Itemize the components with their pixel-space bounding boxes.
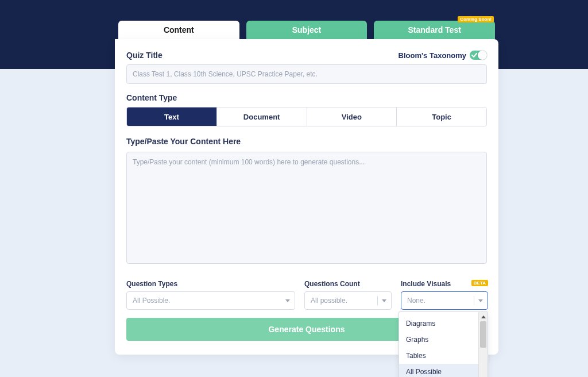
main-tabs: Content Subject Standard Test Coming Soo… — [118, 21, 495, 39]
seg-document[interactable]: Document — [217, 107, 307, 126]
check-icon — [471, 52, 477, 58]
scroll-track-space — [479, 348, 488, 374]
dropdown-item-tables[interactable]: Tables — [399, 348, 488, 364]
scroll-thumb[interactable] — [480, 321, 486, 348]
questions-count-field: Questions Count All possible. — [304, 280, 392, 310]
quiz-title-label: Quiz Title — [126, 51, 163, 60]
chevron-box — [377, 296, 386, 305]
chevron-down-icon — [478, 299, 483, 302]
seg-video[interactable]: Video — [307, 107, 397, 126]
content-textarea[interactable] — [126, 152, 487, 264]
form-card: Quiz Title Bloom's Taxonomy Content Type… — [115, 39, 498, 355]
dropdown-item-all-possible[interactable]: All Possible — [399, 364, 488, 377]
questions-count-label: Questions Count — [304, 280, 392, 288]
questions-count-select[interactable]: All possible. — [304, 291, 392, 310]
include-visuals-field: Include Visuals BETA None. — [401, 280, 488, 310]
toggle-knob — [478, 51, 487, 60]
blooms-label: Bloom's Taxonomy — [399, 51, 466, 60]
seg-text[interactable]: Text — [127, 107, 217, 126]
question-types-field: Question Types All Possible. — [126, 280, 295, 310]
content-type-label: Content Type — [126, 93, 487, 102]
seg-topic[interactable]: Topic — [397, 107, 486, 126]
chevron-box — [474, 296, 483, 305]
tab-subject[interactable]: Subject — [246, 21, 368, 39]
include-visuals-select[interactable]: None. — [401, 291, 488, 310]
dropdown-item-graphs[interactable]: Graphs — [399, 332, 488, 348]
title-row: Quiz Title Bloom's Taxonomy — [126, 51, 487, 60]
scroll-down-button[interactable] — [479, 374, 488, 377]
dropdown-item-diagrams[interactable]: Diagrams — [399, 316, 488, 332]
chevron-down-icon — [285, 299, 290, 302]
content-label: Type/Paste Your Content Here — [126, 137, 487, 146]
select-value: All Possible. — [133, 297, 170, 305]
question-types-label: Question Types — [126, 280, 295, 288]
select-value: All possible. — [311, 297, 347, 305]
visuals-dropdown: Diagrams Graphs Tables All Possible — [399, 311, 488, 377]
dropdown-list: Diagrams Graphs Tables All Possible — [399, 312, 488, 377]
arrow-up-icon — [481, 316, 486, 318]
question-types-select[interactable]: All Possible. — [126, 291, 295, 310]
tab-content[interactable]: Content — [118, 21, 239, 39]
tab-standard-test[interactable]: Standard Test Coming Soon! — [374, 21, 495, 39]
tab-label: Standard Test — [408, 25, 461, 34]
blooms-toggle[interactable] — [470, 51, 487, 60]
options-row: Question Types All Possible. Questions C… — [126, 280, 487, 310]
content-type-segmented: Text Document Video Topic — [126, 107, 487, 126]
coming-soon-badge: Coming Soon! — [458, 16, 494, 22]
chevron-down-icon — [382, 299, 386, 302]
beta-badge: BETA — [471, 280, 488, 286]
dropdown-scrollbar[interactable] — [478, 312, 488, 377]
select-value: None. — [407, 297, 425, 305]
blooms-toggle-group: Bloom's Taxonomy — [399, 51, 487, 60]
scroll-up-button[interactable] — [479, 312, 488, 321]
quiz-title-input[interactable] — [126, 64, 487, 84]
